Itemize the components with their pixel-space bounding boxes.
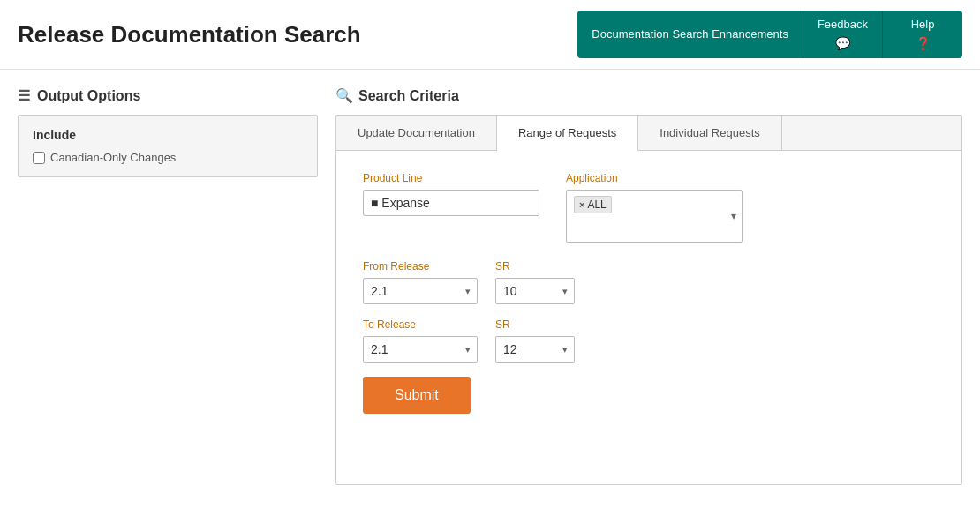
nav-label-doc-search: Documentation Search Enhancements [592, 27, 788, 42]
application-tag-label: ALL [587, 198, 606, 211]
application-group: Application × ALL [566, 172, 743, 243]
tab-individual-requests[interactable]: Individual Requests [638, 116, 781, 150]
tabs: Update Documentation Range of Requests I… [336, 116, 961, 151]
to-release-select[interactable]: 2.1 2.0 1.9 [363, 336, 478, 363]
output-options-label: Output Options [37, 88, 140, 104]
from-release-row: From Release 2.1 2.0 1.9 ▾ [363, 260, 935, 304]
include-label: Include [33, 128, 303, 142]
page-title: Release Documentation Search [18, 21, 361, 49]
from-release-group: From Release 2.1 2.0 1.9 ▾ [363, 260, 478, 304]
tab-update-documentation[interactable]: Update Documentation [336, 116, 497, 150]
submit-row: Submit [363, 377, 935, 414]
to-release-group: To Release 2.1 2.0 1.9 ▾ [363, 318, 478, 363]
nav-item-feedback[interactable]: Feedback 💬 [803, 11, 883, 58]
product-line-select[interactable]: ■ Expanse [363, 190, 539, 216]
canadian-only-row[interactable]: Canadian-Only Changes [33, 151, 303, 164]
submit-button[interactable]: Submit [363, 377, 471, 414]
search-box: Update Documentation Range of Requests I… [335, 115, 962, 485]
product-line-group: Product Line ■ Expanse [363, 172, 539, 243]
from-sr-select-wrapper: 10 9 8 ▾ [495, 278, 575, 304]
search-criteria-title: 🔍 Search Criteria [335, 87, 962, 104]
from-release-select[interactable]: 2.1 2.0 1.9 [363, 278, 478, 304]
output-options-box: Include Canadian-Only Changes [18, 115, 318, 177]
search-icon: 🔍 [335, 87, 353, 104]
left-panel: ☰ Output Options Include Canadian-Only C… [18, 87, 318, 485]
application-label: Application [566, 172, 743, 184]
nav-label-feedback: Feedback [818, 18, 868, 33]
application-tag-close-icon[interactable]: × [579, 199, 584, 210]
tab-range-of-requests-label: Range of Requests [518, 126, 616, 139]
to-release-label: To Release [363, 318, 478, 331]
output-options-icon: ☰ [18, 87, 30, 104]
product-line-label: Product Line [363, 172, 539, 184]
to-release-row: To Release 2.1 2.0 1.9 ▾ S [363, 318, 935, 363]
from-release-label: From Release [363, 260, 478, 273]
tab-individual-requests-label: Individual Requests [660, 126, 759, 139]
right-panel: 🔍 Search Criteria Update Documentation R… [335, 87, 962, 485]
from-sr-select[interactable]: 10 9 8 [495, 278, 575, 304]
to-sr-select-wrapper: 12 11 10 ▾ [495, 336, 575, 363]
tab-content: Product Line ■ Expanse Application [336, 151, 961, 435]
nav-label-help: Help [911, 18, 935, 33]
from-sr-label: SR [495, 260, 575, 273]
tab-update-documentation-label: Update Documentation [358, 126, 475, 139]
nav-item-doc-search[interactable]: Documentation Search Enhancements [577, 11, 803, 58]
application-tag-all[interactable]: × ALL [574, 196, 612, 213]
page-wrapper: Release Documentation Search Documentati… [0, 0, 980, 531]
canadian-only-label: Canadian-Only Changes [50, 151, 176, 164]
canadian-only-checkbox[interactable] [33, 152, 45, 164]
to-release-select-wrapper: 2.1 2.0 1.9 ▾ [363, 336, 478, 363]
from-sr-group: SR 10 9 8 ▾ [495, 260, 575, 304]
application-select-box[interactable]: × ALL [566, 190, 743, 243]
from-release-select-wrapper: 2.1 2.0 1.9 ▾ [363, 278, 478, 304]
to-sr-select[interactable]: 12 11 10 [495, 336, 575, 363]
nav-item-help[interactable]: Help ❓ [883, 11, 962, 58]
product-line-select-wrapper: ■ Expanse [363, 190, 539, 216]
feedback-icon: 💬 [835, 35, 850, 51]
output-options-title: ☰ Output Options [18, 87, 318, 104]
product-application-row: Product Line ■ Expanse Application [363, 172, 935, 243]
header-nav: Documentation Search Enhancements Feedba… [577, 11, 962, 58]
help-icon: ❓ [916, 35, 931, 51]
to-sr-group: SR 12 11 10 ▾ [495, 318, 575, 363]
search-criteria-label: Search Criteria [358, 88, 459, 104]
main-content: ☰ Output Options Include Canadian-Only C… [0, 70, 980, 503]
to-sr-label: SR [495, 318, 575, 331]
header: Release Documentation Search Documentati… [0, 0, 980, 70]
tab-range-of-requests[interactable]: Range of Requests [497, 116, 638, 151]
